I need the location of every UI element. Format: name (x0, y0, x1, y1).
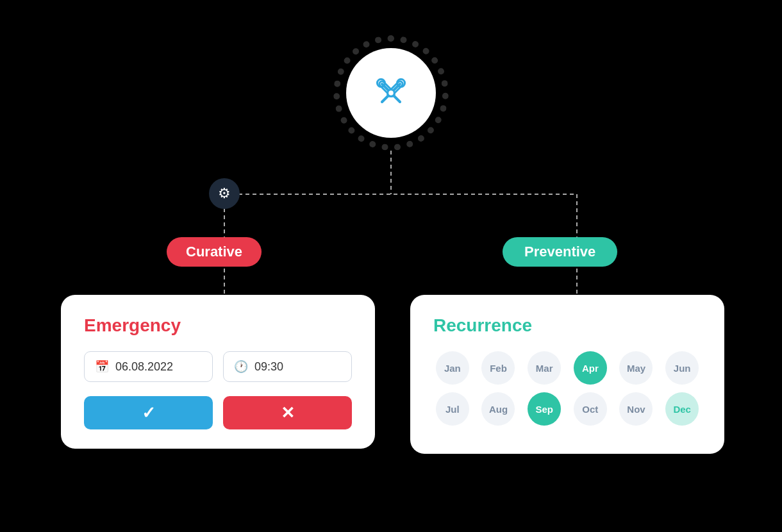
gear-node: ⚙ (209, 178, 240, 209)
time-field[interactable]: 🕐 09:30 (223, 351, 352, 382)
month-chip-jun[interactable]: Jun (665, 351, 699, 385)
months-grid: JanFebMarAprMayJunJulAugSepOctNovDec (433, 351, 701, 426)
month-chip-apr[interactable]: Apr (574, 351, 607, 385)
svg-point-12 (388, 90, 394, 96)
inner-circle (346, 48, 436, 138)
calendar-icon: 📅 (95, 360, 109, 374)
action-buttons: ✓ ✕ (84, 396, 352, 429)
month-chip-jul[interactable]: Jul (436, 392, 469, 426)
month-chip-feb[interactable]: Feb (481, 351, 515, 385)
emergency-title: Emergency (84, 315, 352, 336)
dotted-ring (333, 35, 449, 151)
clock-icon: 🕐 (234, 360, 248, 374)
month-chip-mar[interactable]: Mar (528, 351, 561, 385)
month-chip-jan[interactable]: Jan (436, 351, 469, 385)
time-value: 09:30 (254, 360, 283, 374)
cancel-icon: ✕ (281, 403, 295, 423)
confirm-icon: ✓ (142, 403, 156, 423)
month-chip-dec[interactable]: Dec (665, 392, 699, 426)
cancel-button[interactable]: ✕ (223, 396, 352, 429)
curative-label: Curative (167, 237, 262, 267)
month-chip-may[interactable]: May (619, 351, 653, 385)
month-chip-oct[interactable]: Oct (574, 392, 607, 426)
top-circle-wrapper (333, 35, 449, 151)
recurrence-title: Recurrence (433, 315, 701, 336)
fields-row: 📅 06.08.2022 🕐 09:30 (84, 351, 352, 382)
emergency-card: Emergency 📅 06.08.2022 🕐 09:30 ✓ ✕ (61, 295, 375, 449)
main-scene: ⚙ Curative Preventive Emergency 📅 06.08.… (0, 0, 782, 532)
date-value: 06.08.2022 (115, 360, 173, 374)
confirm-button[interactable]: ✓ (84, 396, 213, 429)
month-chip-nov[interactable]: Nov (619, 392, 653, 426)
preventive-label: Preventive (503, 237, 617, 267)
month-chip-sep[interactable]: Sep (528, 392, 561, 426)
date-field[interactable]: 📅 06.08.2022 (84, 351, 213, 382)
tools-icon (370, 72, 412, 113)
recurrence-card: Recurrence JanFebMarAprMayJunJulAugSepOc… (410, 295, 724, 454)
gear-icon: ⚙ (218, 185, 231, 202)
month-chip-aug[interactable]: Aug (481, 392, 515, 426)
